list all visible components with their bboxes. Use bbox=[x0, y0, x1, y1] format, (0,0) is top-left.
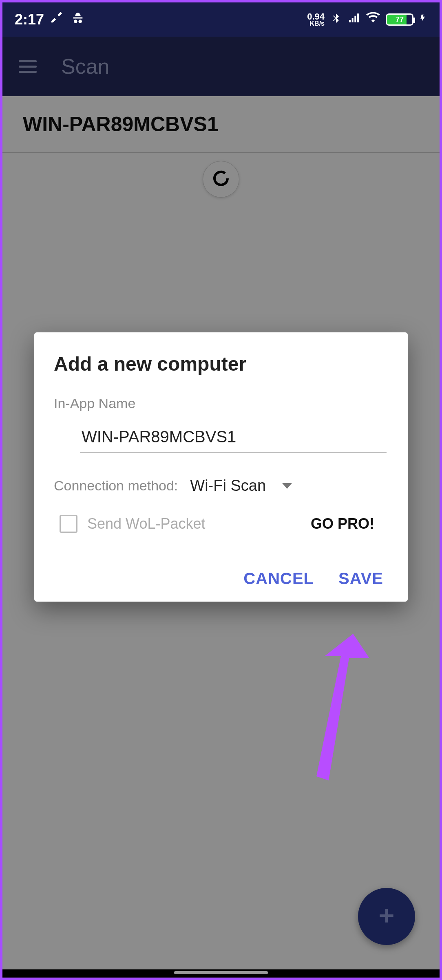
save-button[interactable]: SAVE bbox=[338, 569, 383, 588]
name-input[interactable] bbox=[80, 424, 387, 453]
connection-method-value: Wi-Fi Scan bbox=[190, 477, 266, 494]
add-computer-dialog: Add a new computer In-App Name Connectio… bbox=[34, 332, 408, 602]
connection-method-select[interactable]: Wi-Fi Scan bbox=[190, 477, 292, 494]
tools-icon bbox=[51, 12, 64, 27]
bolt-icon bbox=[419, 12, 427, 27]
go-pro-button[interactable]: GO PRO! bbox=[311, 515, 374, 532]
wol-label: Send WoL-Packet bbox=[87, 515, 206, 532]
signal-icon bbox=[347, 11, 360, 28]
net-speed: 0.94 KB/s bbox=[307, 13, 325, 26]
wifi-icon bbox=[366, 11, 380, 28]
dialog-title: Add a new computer bbox=[51, 353, 391, 375]
home-indicator[interactable] bbox=[174, 971, 268, 974]
time-label: 2:17 bbox=[15, 11, 44, 28]
cancel-button[interactable]: CANCEL bbox=[243, 569, 314, 588]
incognito-icon bbox=[71, 11, 85, 28]
wol-checkbox[interactable] bbox=[60, 515, 77, 533]
bluetooth-icon bbox=[330, 12, 342, 27]
battery-icon: 77 bbox=[386, 13, 413, 26]
connection-method-label: Connection method: bbox=[54, 478, 178, 494]
chevron-down-icon bbox=[282, 483, 292, 489]
name-field-label: In-App Name bbox=[51, 396, 391, 411]
status-bar: 2:17 0.94 KB/s 77 bbox=[2, 2, 440, 37]
